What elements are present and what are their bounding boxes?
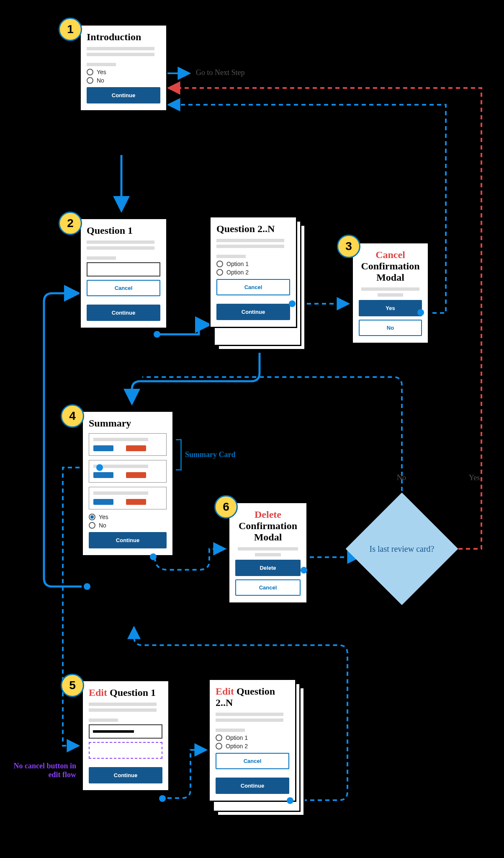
decision-yes-label: Yes	[469, 473, 480, 482]
delete-mini-button[interactable]	[126, 472, 146, 478]
continue-button[interactable]: Continue	[87, 305, 160, 321]
flow-dot	[96, 464, 103, 471]
card-title: Introduction	[87, 31, 160, 43]
decision-no-label: No	[397, 473, 406, 482]
placeholder	[87, 240, 154, 244]
badge-3: 3	[337, 235, 360, 258]
radio-icon	[216, 734, 222, 741]
badge-num: 5	[69, 679, 76, 692]
radio-icon	[89, 522, 95, 529]
text-input[interactable]	[87, 262, 160, 277]
edit-mini-button[interactable]	[93, 499, 113, 505]
radio-label: Option 2	[226, 743, 248, 749]
button-label: No	[387, 325, 394, 331]
radio-option1[interactable]: Option 1	[216, 261, 290, 267]
card-title: DeleteConfirmation Modal	[235, 509, 301, 543]
radio-icon	[87, 77, 93, 84]
placeholder	[216, 239, 284, 242]
card-introduction: Introduction Yes No Continue	[80, 24, 167, 111]
radio-icon	[216, 743, 222, 749]
continue-button[interactable]: Continue	[87, 87, 160, 103]
placeholder	[216, 255, 246, 258]
continue-button[interactable]: Continue	[89, 532, 167, 548]
radio-option2[interactable]: Option 2	[216, 269, 290, 276]
cancel-button[interactable]: Cancel	[87, 280, 160, 296]
cancel-button[interactable]: Cancel	[235, 579, 301, 596]
card-title: Summary	[89, 418, 167, 429]
radio-label: Yes	[99, 514, 108, 520]
radio-icon	[89, 514, 95, 520]
radio-option1[interactable]: Option 1	[216, 734, 289, 741]
delete-mini-button[interactable]	[126, 499, 146, 505]
summary-card-label: Summary Card	[185, 450, 236, 459]
radio-no[interactable]: No	[89, 522, 167, 529]
badge-5: 5	[61, 674, 84, 697]
placeholder	[89, 703, 157, 706]
flow-dot	[287, 797, 293, 804]
decision-text: Is last review card?	[370, 544, 435, 554]
flow-dot	[84, 583, 90, 590]
no-button[interactable]: No	[359, 320, 422, 336]
radio-icon	[87, 69, 93, 75]
badge-4: 4	[61, 404, 84, 428]
placeholder	[93, 438, 148, 441]
button-label: Cancel	[259, 584, 277, 591]
cancel-button[interactable]: Cancel	[216, 279, 290, 295]
placeholder	[238, 547, 298, 550]
flow-dot	[159, 795, 166, 802]
bracket-icon	[176, 439, 182, 470]
summary-card	[89, 460, 167, 483]
delete-button[interactable]: Delete	[235, 560, 301, 576]
card-title: CancelConfirmation Modal	[359, 249, 422, 283]
button-label: Continue	[114, 772, 137, 778]
radio-label: Option 2	[226, 269, 249, 276]
button-label: Cancel	[244, 284, 262, 290]
card-edit-q1: Edit Question 1 Continue	[82, 680, 170, 791]
delete-mini-button[interactable]	[126, 445, 146, 451]
card-delete-modal: DeleteConfirmation Modal Delete Cancel	[228, 502, 308, 604]
placeholder	[87, 47, 154, 50]
card-question1: Question 1 Cancel Continue	[80, 218, 167, 329]
button-label: Cancel	[115, 285, 133, 291]
continue-button[interactable]: Continue	[216, 778, 289, 794]
title-red: Delete	[255, 509, 281, 520]
edit-mini-button[interactable]	[93, 445, 113, 451]
radio-label: Option 1	[226, 734, 248, 741]
button-label: Continue	[242, 309, 265, 315]
edit-mini-button[interactable]	[93, 472, 113, 478]
placeholder	[378, 293, 403, 297]
badge-num: 1	[67, 23, 74, 36]
yes-button[interactable]: Yes	[359, 300, 422, 316]
radio-label: No	[99, 522, 106, 529]
card-edit-qn: Edit Question 2..N Option 1 Option 2 Can…	[208, 679, 296, 802]
badge-2: 2	[59, 212, 82, 235]
no-cancel-note: No cancel button in edit flow	[5, 762, 76, 779]
summary-card	[89, 433, 167, 456]
placeholder	[87, 256, 116, 260]
button-label: Cancel	[244, 758, 262, 764]
flow-dot	[417, 309, 424, 316]
radio-no[interactable]: No	[87, 77, 160, 84]
radio-option2[interactable]: Option 2	[216, 743, 289, 749]
cancel-button[interactable]: Cancel	[216, 753, 289, 769]
input-value	[93, 730, 134, 733]
title-red: Edit	[89, 687, 107, 698]
placeholder	[87, 53, 154, 56]
continue-button[interactable]: Continue	[89, 767, 162, 783]
flow-diagram: 1 Introduction Yes No Continue Go to Nex…	[0, 0, 504, 858]
badge-6: 6	[214, 495, 238, 519]
flow-dot	[150, 553, 157, 560]
text-input[interactable]	[89, 724, 162, 739]
badge-num: 6	[223, 500, 229, 514]
title-rest: Confirmation Modal	[361, 261, 420, 283]
placeholder	[216, 713, 283, 716]
placeholder	[89, 718, 118, 722]
radio-yes[interactable]: Yes	[89, 514, 167, 520]
placeholder	[216, 729, 245, 732]
badge-num: 4	[69, 409, 76, 423]
continue-button[interactable]: Continue	[216, 304, 290, 320]
card-question-n: Question 2..N Option 1 Option 2 Cancel C…	[209, 216, 297, 328]
card-title: Edit Question 1	[89, 687, 162, 698]
button-label: Continue	[241, 783, 264, 789]
radio-yes[interactable]: Yes	[87, 69, 160, 75]
